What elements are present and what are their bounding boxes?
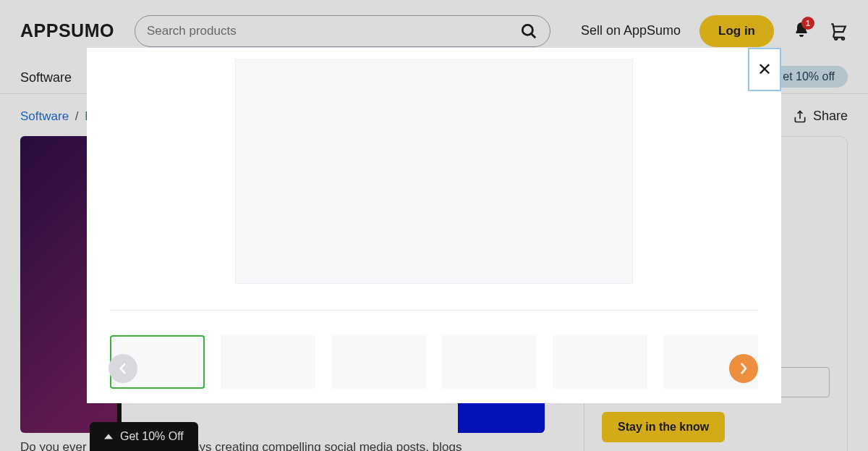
thumbnail-3[interactable] [331, 335, 426, 389]
thumbnail-row [110, 335, 758, 389]
chevron-left-icon [117, 363, 129, 374]
modal-divider [110, 310, 758, 311]
thumbnail-5[interactable] [553, 335, 647, 389]
carousel-prev-button[interactable] [109, 354, 137, 383]
media-modal [87, 48, 781, 403]
thumbnail-4[interactable] [442, 335, 537, 389]
modal-close-button[interactable]: ✕ [748, 48, 781, 91]
modal-main-image [235, 59, 633, 284]
thumbnail-2[interactable] [221, 335, 315, 389]
chevron-right-icon [738, 363, 749, 374]
carousel-next-button[interactable] [729, 354, 758, 383]
